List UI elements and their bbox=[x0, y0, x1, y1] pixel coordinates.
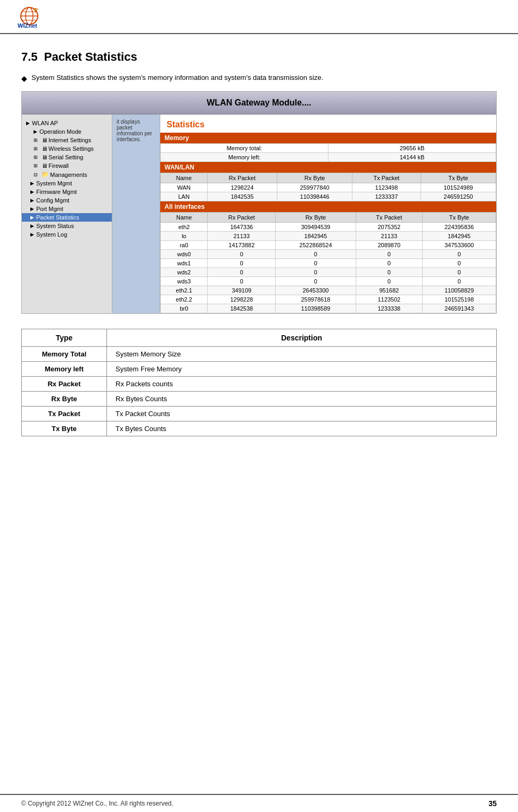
arrow-icon-sl: ▶ bbox=[30, 232, 34, 237]
table-row: ra01417388225228685242089870347533600 bbox=[161, 241, 496, 250]
type-cell: Memory left bbox=[22, 362, 107, 377]
arrow-icon-pm: ▶ bbox=[30, 206, 34, 212]
arrow-icon-ps: ▶ bbox=[30, 215, 34, 220]
svg-point-5 bbox=[35, 11, 37, 13]
list-item: Memory TotalSystem Memory Size bbox=[22, 347, 497, 362]
expand-icon: ▶ bbox=[26, 120, 30, 126]
sidebar-item-serial-setting[interactable]: ⊞ 🖥 Serial Setting bbox=[22, 153, 112, 161]
sidebar-item-port-mgmt[interactable]: ▶ Port Mgmt bbox=[22, 205, 112, 213]
type-cell: Memory Total bbox=[22, 347, 107, 362]
sidebar-item-firmware-mgmt[interactable]: ▶ Firmware Mgmt bbox=[22, 188, 112, 196]
table-row: br018425381103985891233338246591343 bbox=[161, 304, 496, 313]
memory-total-value: 29656 kB bbox=[328, 144, 496, 153]
all-col-rxbyte: Rx Byte bbox=[276, 213, 356, 223]
all-col-txpacket: Tx Packet bbox=[356, 213, 422, 223]
list-item: Rx ByteRx Bytes Counts bbox=[22, 392, 497, 407]
sidebar-item-wlan-ap[interactable]: ▶ WLAN AP bbox=[22, 119, 112, 127]
bullet-description: ◆ System Statistics shows the system's m… bbox=[21, 74, 497, 83]
table-row: wds10000 bbox=[161, 259, 496, 268]
wan-lan-col-txbyte: Tx Byte bbox=[421, 173, 496, 183]
sidebar-item-system-status[interactable]: ▶ System Status bbox=[22, 222, 112, 230]
description-cell: System Free Memory bbox=[107, 362, 497, 377]
desc-col-description-header: Description bbox=[107, 329, 497, 347]
expand-icon-6: ⊟ bbox=[34, 172, 38, 177]
table-row: wds30000 bbox=[161, 277, 496, 286]
list-item: Tx PacketTx Packet Counts bbox=[22, 407, 497, 421]
memory-left-row: Memory left: 14144 kB bbox=[161, 153, 496, 162]
memory-table: Memory total: 29656 kB Memory left: 1414… bbox=[160, 143, 496, 162]
description-cell: Tx Bytes Counts bbox=[107, 421, 497, 436]
sidebar-item-system-log[interactable]: ▶ System Log bbox=[22, 230, 112, 239]
main-content: 7.5 Packet Statistics ◆ System Statistic… bbox=[0, 34, 518, 462]
arrow-icon: ▶ bbox=[34, 129, 37, 134]
type-cell: Rx Packet bbox=[22, 377, 107, 392]
description-cell: Rx Packets counts bbox=[107, 377, 497, 392]
all-col-name: Name bbox=[161, 213, 208, 223]
all-interfaces-table: Name Rx Packet Rx Byte Tx Packet Tx Byte… bbox=[160, 212, 496, 313]
list-item: Rx PacketRx Packets counts bbox=[22, 377, 497, 392]
arrow-icon-cm: ▶ bbox=[30, 198, 34, 203]
wan-lan-header-row: Name Rx Packet Rx Byte Tx Packet Tx Byte bbox=[161, 173, 496, 183]
all-col-txbyte: Tx Byte bbox=[423, 213, 496, 223]
screenshot-inner: ▶ WLAN AP ▶ Operation Mode ⊞ 🖥 Internet … bbox=[22, 115, 496, 313]
all-interfaces-section-header: All interfaces bbox=[160, 201, 496, 212]
wan-lan-col-rxbyte: Rx Byte bbox=[277, 173, 352, 183]
wan-lan-col-name: Name bbox=[161, 173, 208, 183]
mid-description-panel: it displays packet information per inter… bbox=[112, 115, 160, 313]
screenshot-box: WLAN Gateway Module.... ▶ WLAN AP ▶ Oper… bbox=[21, 91, 497, 314]
desc-col-type-header: Type bbox=[22, 329, 107, 347]
sidebar: ▶ WLAN AP ▶ Operation Mode ⊞ 🖥 Internet … bbox=[22, 115, 112, 313]
sidebar-item-operation-mode[interactable]: ▶ Operation Mode bbox=[22, 127, 112, 136]
memory-total-label: Memory total: bbox=[161, 144, 328, 153]
page-header: WIZnet bbox=[0, 0, 518, 34]
sidebar-item-packet-statistics[interactable]: ▶ Packet Statistics bbox=[22, 213, 112, 222]
memory-left-label: Memory left: bbox=[161, 153, 328, 162]
sidebar-item-system-mgmt[interactable]: ▶ System Mgmt bbox=[22, 179, 112, 188]
memory-section-header: Memory bbox=[160, 133, 496, 143]
copyright-text: © Copyright 2012 WIZnet Co., Inc. All ri… bbox=[21, 800, 174, 807]
statistics-title: Statistics bbox=[160, 115, 496, 133]
table-row: eth216473363094945392075352224395836 bbox=[161, 223, 496, 232]
svg-text:WIZnet: WIZnet bbox=[18, 22, 37, 29]
sidebar-item-managements[interactable]: ⊟ 📁 Managements bbox=[22, 170, 112, 179]
list-item: Memory leftSystem Free Memory bbox=[22, 362, 497, 377]
statistics-panel: Statistics Memory Memory total: 29656 kB… bbox=[160, 115, 496, 313]
table-row: LAN18425351103984461233337246591250 bbox=[161, 192, 496, 201]
table-row: wds00000 bbox=[161, 250, 496, 259]
bullet-diamond-icon: ◆ bbox=[21, 74, 27, 83]
memory-left-value: 14144 kB bbox=[328, 153, 496, 162]
wan-lan-col-txpacket: Tx Packet bbox=[352, 173, 421, 183]
desc-table-header-row: Type Description bbox=[22, 329, 497, 347]
wan-lan-table: Name Rx Packet Rx Byte Tx Packet Tx Byte… bbox=[160, 173, 496, 201]
expand-icon-4: ⊞ bbox=[34, 155, 38, 160]
logo-area: WIZnet bbox=[16, 6, 45, 29]
all-interfaces-header-row: Name Rx Packet Rx Byte Tx Packet Tx Byte bbox=[161, 213, 496, 223]
sidebar-item-firewall[interactable]: ⊞ 🖥 Firewall bbox=[22, 161, 112, 170]
sidebar-item-wireless-settings[interactable]: ⊞ 🖥 Wireless Settings bbox=[22, 144, 112, 153]
section-title: 7.5 Packet Statistics bbox=[21, 50, 497, 64]
sidebar-item-internet-settings[interactable]: ⊞ 🖥 Internet Settings bbox=[22, 136, 112, 144]
description-cell: Rx Bytes Counts bbox=[107, 392, 497, 407]
expand-icon-2: ⊞ bbox=[34, 137, 38, 143]
type-cell: Tx Packet bbox=[22, 407, 107, 421]
wan-lan-col-rxpacket: Rx Packet bbox=[207, 173, 277, 183]
page-footer: © Copyright 2012 WIZnet Co., Inc. All ri… bbox=[0, 794, 518, 812]
wlan-header: WLAN Gateway Module.... bbox=[22, 92, 496, 115]
all-col-rxpacket: Rx Packet bbox=[208, 213, 276, 223]
memory-total-row: Memory total: 29656 kB bbox=[161, 144, 496, 153]
description-cell: Tx Packet Counts bbox=[107, 407, 497, 421]
wiznet-logo-icon: WIZnet bbox=[16, 6, 43, 29]
wan-lan-section-header: WAN/LAN bbox=[160, 162, 496, 173]
expand-icon-5: ⊞ bbox=[34, 163, 38, 168]
table-row: wds20000 bbox=[161, 268, 496, 277]
arrow-icon-ss: ▶ bbox=[30, 223, 34, 229]
sidebar-item-config-mgmt[interactable]: ▶ Config Mgmt bbox=[22, 196, 112, 205]
table-row: lo211331842945211331842945 bbox=[161, 232, 496, 241]
list-item: Tx ByteTx Bytes Counts bbox=[22, 421, 497, 436]
table-row: WAN12982242599778401123498101524989 bbox=[161, 183, 496, 192]
table-row: eth2.134910926453300951682110058829 bbox=[161, 286, 496, 295]
arrow-icon-sm: ▶ bbox=[30, 181, 34, 186]
description-table: Type Description Memory TotalSystem Memo… bbox=[21, 329, 497, 436]
arrow-icon-fm: ▶ bbox=[30, 189, 34, 194]
expand-icon-3: ⊞ bbox=[34, 146, 38, 151]
